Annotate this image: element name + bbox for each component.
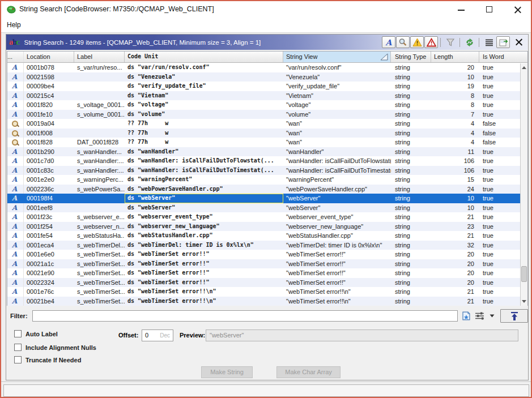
- show-errors-button[interactable]: [424, 36, 438, 48]
- scrollbar-down-arrow[interactable]: [521, 297, 527, 306]
- table-row[interactable]: 0001f254s_webserver_n...ds "webserver_ne…: [7, 222, 521, 232]
- cell-location: 0001b290: [24, 147, 74, 157]
- create-snapshot-button[interactable]: [496, 36, 510, 48]
- auto-label-checkbox[interactable]: [14, 330, 22, 337]
- table-row[interactable]: 000215c4ds "Vietnam""Vietnam"string8true: [7, 91, 521, 101]
- maximize-button[interactable]: [481, 1, 498, 18]
- offset-field[interactable]: 0 Dec: [142, 329, 173, 341]
- cell-string-view: "webServer": [283, 203, 391, 213]
- cell-string-view: "wanHandler": [283, 147, 391, 157]
- clear-filter-icon[interactable]: [461, 311, 471, 321]
- cell-string-type: string: [391, 82, 431, 91]
- table-row[interactable]: 0002236cs_webPowerSa...ds "webPowerSaveH…: [7, 185, 521, 194]
- table-row[interactable]: 0001eca4s_webTimerDel...ds "webTimerDel:…: [7, 241, 521, 250]
- make-char-array-button[interactable]: Make Char Array: [276, 366, 341, 378]
- table-row[interactable]: 0001f820s_voltage_0001...ds "voltage""vo…: [7, 100, 521, 110]
- table-row[interactable]: 00021e90s_webTimerSet...ds "webTimerSet …: [7, 268, 521, 278]
- scrollbar-thumb[interactable]: [521, 266, 527, 282]
- cell-is-word: false: [479, 119, 521, 129]
- cell-label: s_wanHandler...: [74, 147, 125, 157]
- column-header-code-unit[interactable]: Code Unit: [125, 52, 283, 62]
- table-row[interactable]: 0001eef8ds "webServer""webServer"string1…: [7, 203, 521, 213]
- search-options-button[interactable]: [396, 36, 410, 48]
- truncate-if-needed-checkbox-row[interactable]: Truncate If Needed: [14, 356, 81, 363]
- table-row[interactable]: 00009be4ds "verify_update_file""verify_u…: [7, 82, 521, 91]
- cell-is-word: true: [479, 156, 521, 166]
- table-row[interactable]: 0001b078s_var/run/reso...ds "var/run/res…: [7, 63, 521, 72]
- string-display-options-button[interactable]: A: [382, 36, 395, 48]
- table-row[interactable]: 0001c7d0s_wanHandler:...ds "wanHandler: …: [7, 156, 521, 166]
- table-row[interactable]: 00021be4s_webTimerSet...ds "webTimerSet …: [7, 297, 521, 306]
- string-letter-icon: [7, 287, 24, 297]
- column-header-location[interactable]: Location: [24, 52, 74, 62]
- cell-is-word: true: [479, 231, 521, 241]
- cell-length: 8: [431, 100, 479, 110]
- table-row[interactable]: 0001f828DAT_0001f828?? 77h w"wan"string4…: [7, 138, 521, 147]
- cell-string-view: "webserver_new_language": [283, 222, 391, 232]
- menu-help[interactable]: Help: [1, 18, 27, 29]
- cell-code-unit: ds "var/run/resolv.conf": [125, 63, 283, 72]
- filter-settings-sliders-icon[interactable]: [475, 311, 486, 320]
- truncate-if-needed-label: Truncate If Needed: [25, 357, 81, 363]
- column-header-icon[interactable]: ...: [7, 52, 24, 62]
- table-row[interactable]: 0001e76cs_webTimerSet...ds "webTimerSet …: [7, 287, 521, 297]
- table-row[interactable]: 0001f008?? 77h w"wan"string4false: [7, 129, 521, 138]
- cell-is-word: true: [479, 175, 521, 185]
- toolbar-separator: [440, 38, 441, 47]
- filter-input[interactable]: [32, 310, 458, 322]
- scroll-to-top-button[interactable]: [500, 309, 528, 323]
- table-row[interactable]: 0001fe54s_webStatusHa...ds "webStatusHan…: [7, 231, 521, 241]
- cell-location: 00021598: [24, 72, 74, 82]
- vertical-scrollbar[interactable]: [520, 63, 527, 306]
- cell-string-type: string: [391, 147, 431, 157]
- close-button[interactable]: [509, 1, 526, 18]
- cell-is-word: true: [479, 268, 521, 278]
- panel-close-button[interactable]: [512, 36, 526, 48]
- string-letter-icon: [7, 268, 24, 278]
- column-header-string-type[interactable]: String Type: [391, 52, 431, 62]
- caret-down-icon[interactable]: [490, 314, 495, 318]
- cell-string-view: "volume": [283, 110, 391, 119]
- table-row[interactable]: 00022324s_webTimerSet...ds "webTimerSet …: [7, 278, 521, 288]
- filter-button[interactable]: [444, 36, 457, 48]
- column-header-string-view[interactable]: String View: [283, 52, 391, 62]
- cell-length: 10: [431, 72, 479, 82]
- string-letter-icon: [7, 63, 24, 72]
- table-row[interactable]: 0001f23cs_webserver_e...ds "webserver_ev…: [7, 212, 521, 222]
- table-row[interactable]: 0001b290s_wanHandler...ds "wanHandler""w…: [7, 147, 521, 157]
- refresh-button[interactable]: [463, 36, 476, 48]
- preview-field: "webServer": [206, 329, 518, 341]
- minimize-button[interactable]: [453, 1, 470, 18]
- cell-length: 15: [431, 175, 479, 185]
- cell-location: 00021e90: [24, 268, 74, 278]
- make-string-button[interactable]: Make String: [201, 366, 253, 378]
- table-row[interactable]: 00021a1cs_webTimerSet...ds "webTimerSet …: [7, 259, 521, 269]
- table-row[interactable]: 0001fe10s_volume_0001...ds "volume""volu…: [7, 110, 521, 119]
- cell-string-view: "webTimerSet error!!": [283, 250, 391, 259]
- table-row[interactable]: 00021598ds "Venezuela""Venezuela"string1…: [7, 72, 521, 82]
- scrollbar-up-arrow[interactable]: [521, 63, 527, 72]
- table-row[interactable]: 0001e6e0s_webTimerSet...ds "webTimerSet …: [7, 250, 521, 259]
- table-row[interactable]: 0001e2e0s_warningPerc...ds "warningPerce…: [7, 175, 521, 185]
- string-letter-icon: [7, 91, 24, 101]
- cell-string-type: string: [391, 63, 431, 72]
- show-warnings-button[interactable]: [410, 36, 424, 48]
- table-row[interactable]: 0001c83cs_wanHandler:...ds "wanHandler: …: [7, 166, 521, 176]
- column-header-length[interactable]: Length: [431, 52, 479, 62]
- table-options-button[interactable]: [482, 36, 496, 48]
- panel-toolbar: A: [381, 36, 528, 48]
- cell-label: s_webserver_n...: [74, 222, 125, 232]
- auto-label-checkbox-row[interactable]: Auto Label: [14, 330, 58, 337]
- cell-code-unit: ds "volume": [125, 110, 283, 119]
- column-header-is-word[interactable]: Is Word: [479, 52, 521, 62]
- cell-string-type: string: [391, 100, 431, 110]
- cell-label: DAT_0001f828: [74, 138, 125, 147]
- status-separator: [1, 382, 531, 383]
- cell-location: 0001b078: [24, 63, 74, 72]
- include-alignment-nulls-checkbox-row[interactable]: Include Alignment Nulls: [14, 344, 96, 351]
- include-alignment-nulls-checkbox[interactable]: [14, 344, 22, 351]
- column-header-label[interactable]: Label: [74, 52, 125, 62]
- truncate-if-needed-checkbox[interactable]: [14, 356, 22, 363]
- table-row[interactable]: 000198f4ds "webServer""webServer"string1…: [7, 194, 521, 203]
- table-row[interactable]: 00019a04?? 77h w"wan"string4false: [7, 119, 521, 129]
